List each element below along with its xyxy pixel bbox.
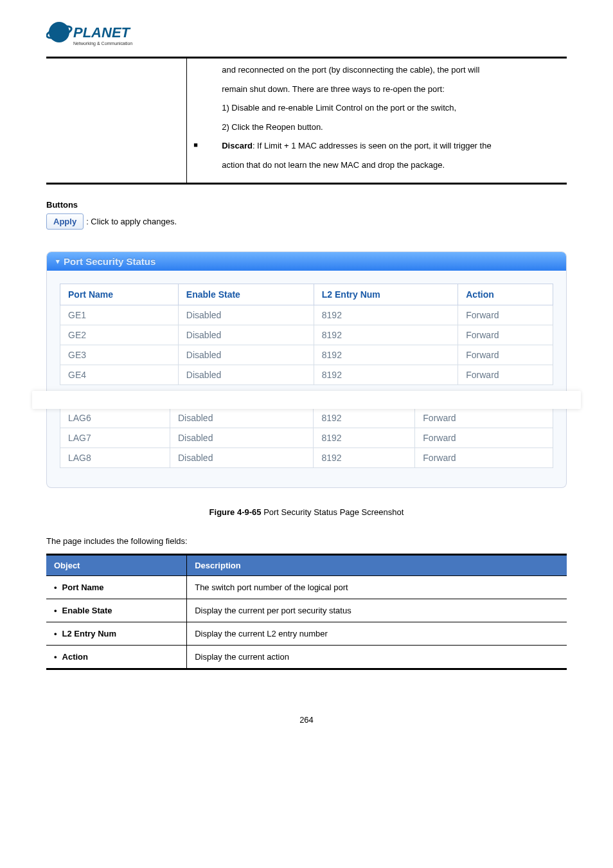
table-cell: Forward — [415, 428, 553, 448]
desc-line: remain shut down. There are three ways t… — [193, 83, 560, 96]
table-cell: Forward — [458, 365, 553, 385]
page-number: 264 — [46, 715, 567, 725]
table-cell: Disabled — [170, 428, 313, 448]
desc-line: 1) Disable and re-enable Limit Control o… — [193, 102, 560, 114]
desc-line: action that do not learn the new MAC and… — [193, 159, 560, 172]
buttons-heading: Buttons — [46, 200, 567, 210]
svg-text:PLANET: PLANET — [73, 24, 131, 41]
port-security-table-top: Port Name Enable State L2 Entry Num Acti… — [60, 284, 553, 385]
table-cell: Disabled — [178, 305, 314, 325]
object-desc-cell: The switch port number of the logical po… — [187, 576, 567, 599]
svg-text:Networking & Communication: Networking & Communication — [73, 41, 132, 46]
table-cell: Forward — [458, 325, 553, 345]
table-cell: GE1 — [60, 305, 179, 325]
object-description-table: Object Description •Port NameThe switch … — [46, 554, 567, 670]
table-row: •L2 Entry NumDisplay the current L2 entr… — [46, 622, 567, 646]
obj-header-object: Object — [46, 555, 187, 576]
object-name-cell: •Port Name — [46, 576, 187, 599]
object-desc-cell: Display the current L2 entry number — [187, 622, 567, 646]
table-cell: Disabled — [178, 365, 314, 385]
table-row: LAG7Disabled8192Forward — [60, 428, 553, 448]
table-cell: GE2 — [60, 325, 179, 345]
table-truncation-gap — [32, 391, 581, 409]
apply-button[interactable]: Apply — [46, 213, 84, 230]
table-cell: Forward — [458, 345, 553, 365]
panel-title: Port Security Status — [64, 256, 155, 267]
table-cell: 8192 — [314, 325, 458, 345]
col-enable-state: Enable State — [178, 284, 314, 305]
table-row: GE1Disabled8192Forward — [60, 305, 553, 325]
table-row: •Enable StateDisplay the current per por… — [46, 599, 567, 622]
table-cell: Disabled — [170, 408, 313, 428]
fields-intro: The page includes the following fields: — [46, 536, 567, 546]
port-security-table-bottom: LAG6Disabled8192ForwardLAG7Disabled8192F… — [60, 408, 553, 468]
table-cell: 8192 — [314, 428, 415, 448]
action-description-row: and reconnected on the port (by disconne… — [46, 57, 567, 185]
object-name-cell: •Action — [46, 646, 187, 669]
svg-point-0 — [49, 22, 69, 42]
table-cell: 8192 — [314, 345, 458, 365]
table-row: GE2Disabled8192Forward — [60, 325, 553, 345]
brand-logo: PLANET Networking & Communication — [46, 19, 567, 53]
table-cell: 8192 — [314, 408, 415, 428]
desc-line: and reconnected on the port (by disconne… — [193, 64, 560, 77]
table-cell: 8192 — [314, 305, 458, 325]
desc-bullet-discard: Discard: If Limit + 1 MAC addresses is s… — [193, 140, 560, 152]
table-cell: GE3 — [60, 345, 179, 365]
col-action: Action — [458, 284, 553, 305]
object-name-cell: •Enable State — [46, 599, 187, 622]
table-cell: LAG8 — [60, 448, 170, 468]
table-cell: Forward — [415, 408, 553, 428]
apply-description: : Click to apply changes. — [86, 217, 177, 226]
table-row: GE3Disabled8192Forward — [60, 345, 553, 365]
table-row: •ActionDisplay the current action — [46, 646, 567, 669]
table-cell: Forward — [415, 448, 553, 468]
table-cell: 8192 — [314, 365, 458, 385]
table-row: •Port NameThe switch port number of the … — [46, 576, 567, 599]
object-name-cell: •L2 Entry Num — [46, 622, 187, 646]
object-desc-cell: Display the current per port security st… — [187, 599, 567, 622]
table-cell: Disabled — [170, 448, 313, 468]
col-l2-entry-num: L2 Entry Num — [314, 284, 458, 305]
figure-caption: Figure 4-9-65 Port Security Status Page … — [46, 507, 567, 517]
table-cell: LAG7 — [60, 428, 170, 448]
table-row: LAG6Disabled8192Forward — [60, 408, 553, 428]
table-cell: LAG6 — [60, 408, 170, 428]
desc-line: 2) Click the Reopen button. — [193, 121, 560, 134]
table-cell: Disabled — [178, 345, 314, 365]
table-row: GE4Disabled8192Forward — [60, 365, 553, 385]
table-cell: GE4 — [60, 365, 179, 385]
table-cell: Forward — [458, 305, 553, 325]
table-row: LAG8Disabled8192Forward — [60, 448, 553, 468]
port-security-status-header[interactable]: Port Security Status — [47, 252, 566, 271]
obj-header-description: Description — [187, 555, 567, 576]
planet-logo-icon: PLANET Networking & Communication — [46, 19, 155, 53]
object-desc-cell: Display the current action — [187, 646, 567, 669]
table-cell: 8192 — [314, 448, 415, 468]
table-cell: Disabled — [178, 325, 314, 345]
col-port-name: Port Name — [60, 284, 179, 305]
